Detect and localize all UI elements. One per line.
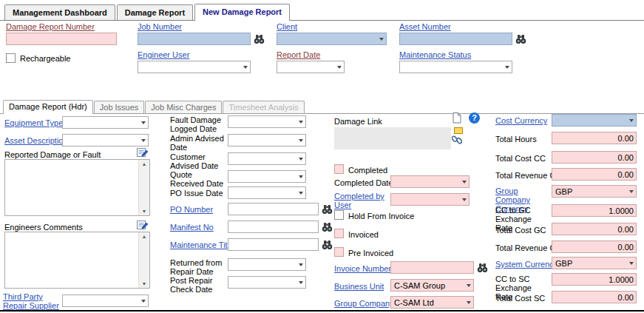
total-revenue-gc-input[interactable] bbox=[552, 240, 637, 253]
group-company-currency-select[interactable]: GBP bbox=[552, 185, 637, 198]
dropdown-arrow-icon bbox=[467, 301, 471, 306]
engineers-comments-textarea[interactable]: ▲ ▼ bbox=[4, 232, 150, 289]
completed-checkbox[interactable] bbox=[334, 164, 344, 174]
cost-currency-select[interactable] bbox=[552, 114, 637, 127]
invoiced-checkbox[interactable] bbox=[334, 229, 344, 238]
vertical-scrollbar[interactable]: ▲ ▼ bbox=[138, 232, 149, 288]
subtab-job-issues[interactable]: Job Issues bbox=[94, 101, 145, 113]
engineer-user-select[interactable] bbox=[138, 61, 251, 73]
invoice-number-input[interactable] bbox=[390, 261, 474, 274]
job-number-input[interactable] bbox=[138, 33, 251, 45]
maintenance-status-select[interactable] bbox=[399, 61, 512, 73]
subtab-damage-report-hdr[interactable]: Damage Report (Hdr) bbox=[3, 100, 93, 114]
po-number-input[interactable] bbox=[228, 203, 319, 215]
edit-notes-icon[interactable] bbox=[137, 147, 149, 159]
scroll-down-icon[interactable]: ▼ bbox=[142, 209, 147, 214]
job-number-lookup-icon[interactable] bbox=[252, 33, 265, 45]
asset-number-lookup-icon[interactable] bbox=[514, 33, 527, 45]
group-company-value: C-SAM Ltd bbox=[394, 298, 464, 307]
reported-damage-label: Reported Damage or Fault bbox=[4, 150, 101, 159]
admin-advised-date-select[interactable] bbox=[228, 134, 306, 147]
total-cost-sc-label: Total Cost SC bbox=[495, 294, 545, 303]
engineer-user-label[interactable]: Engineer User bbox=[138, 50, 189, 59]
job-number-label[interactable]: Job Number bbox=[138, 22, 182, 31]
asset-number-label[interactable]: Asset Number bbox=[399, 22, 451, 31]
report-date-select[interactable] bbox=[277, 61, 345, 73]
maintenance-title-label[interactable]: Maintenance Title bbox=[170, 240, 234, 249]
completed-by-user-select[interactable] bbox=[390, 193, 470, 206]
cc-to-sc-exchange-rate-input[interactable] bbox=[552, 273, 637, 286]
invoice-number-lookup-icon[interactable] bbox=[475, 261, 489, 274]
invoice-number-label[interactable]: Invoice Number bbox=[334, 264, 391, 273]
client-label[interactable]: Client bbox=[277, 22, 297, 31]
asset-description-label[interactable]: Asset Description bbox=[4, 136, 68, 145]
new-damage-report-window: Management Dashboard Damage Report New D… bbox=[0, 0, 644, 313]
equipment-type-select[interactable] bbox=[62, 116, 149, 129]
po-number-lookup-icon[interactable] bbox=[320, 203, 333, 215]
rechargeable-checkbox[interactable] bbox=[6, 53, 16, 63]
manifest-no-input[interactable] bbox=[228, 221, 319, 233]
report-date-label[interactable]: Report Date bbox=[277, 50, 320, 59]
dropdown-arrow-icon bbox=[505, 66, 509, 71]
group-company-select[interactable]: C-SAM Ltd bbox=[390, 296, 474, 309]
system-currency-select[interactable]: GBP bbox=[552, 257, 637, 269]
tab-management-dashboard[interactable]: Management Dashboard bbox=[4, 4, 115, 20]
post-repair-check-date-label: Post Repair Check Date bbox=[170, 276, 226, 294]
total-cost-gc-input[interactable] bbox=[552, 223, 637, 235]
scroll-down-icon[interactable]: ▼ bbox=[142, 281, 147, 286]
client-select[interactable] bbox=[277, 33, 387, 45]
fault-damage-logged-date-select[interactable] bbox=[228, 115, 306, 128]
third-party-repair-supplier-label[interactable]: Third Party Repair Supplier bbox=[3, 292, 64, 310]
returned-from-repair-date-select[interactable] bbox=[228, 258, 306, 271]
total-cost-cc-input[interactable] bbox=[552, 151, 637, 164]
dropdown-arrow-icon bbox=[629, 190, 634, 195]
total-hours-input[interactable] bbox=[552, 132, 637, 144]
dropdown-arrow-icon bbox=[299, 158, 303, 163]
maintenance-status-label[interactable]: Maintenance Status bbox=[399, 50, 471, 59]
asset-number-input[interactable] bbox=[399, 33, 512, 45]
po-issue-date-select[interactable] bbox=[228, 186, 306, 199]
link-icon[interactable] bbox=[452, 134, 462, 147]
damage-report-number-label[interactable]: Damage Report Number bbox=[6, 22, 95, 31]
asset-description-select[interactable] bbox=[62, 134, 149, 147]
pre-invoiced-checkbox[interactable] bbox=[334, 247, 344, 257]
cc-to-gc-exchange-rate-input[interactable] bbox=[552, 204, 637, 217]
maintenance-title-input[interactable] bbox=[228, 238, 319, 251]
equipment-type-label[interactable]: Equipment Type bbox=[4, 118, 63, 127]
customer-advised-date-select[interactable] bbox=[228, 152, 306, 165]
help-icon[interactable]: ? bbox=[469, 112, 480, 124]
tab-new-damage-report[interactable]: New Damage Report bbox=[194, 4, 290, 21]
business-unit-label[interactable]: Business Unit bbox=[334, 282, 384, 291]
po-number-label[interactable]: PO Number bbox=[170, 205, 213, 214]
vertical-scrollbar[interactable]: ▲ ▼ bbox=[138, 160, 149, 215]
dropdown-arrow-icon bbox=[141, 139, 146, 144]
damage-report-number-input[interactable] bbox=[6, 33, 117, 45]
total-cost-cc-label: Total Cost CC bbox=[495, 154, 546, 163]
scroll-up-icon[interactable]: ▲ bbox=[142, 161, 147, 166]
scroll-up-icon[interactable]: ▲ bbox=[142, 234, 147, 239]
total-cost-sc-input[interactable] bbox=[552, 291, 637, 303]
maintenance-title-lookup-icon[interactable] bbox=[320, 238, 333, 251]
manifest-no-lookup-icon[interactable] bbox=[320, 221, 333, 233]
completed-by-user-label[interactable]: Completed by User bbox=[334, 192, 387, 209]
document-icon[interactable] bbox=[453, 112, 461, 125]
completed-date-select[interactable] bbox=[390, 175, 470, 188]
reported-damage-textarea[interactable]: ▲ ▼ bbox=[4, 159, 150, 216]
group-company-label[interactable]: Group Company bbox=[334, 299, 394, 308]
quote-received-date-select[interactable] bbox=[228, 170, 306, 183]
total-cost-gc-label: Total Cost GC bbox=[495, 226, 546, 235]
dropdown-arrow-icon bbox=[462, 181, 467, 186]
cost-currency-label[interactable]: Cost Currency bbox=[495, 116, 547, 125]
returned-from-repair-date-label: Returned from Repair Date bbox=[170, 258, 226, 276]
subtab-job-misc-charges[interactable]: Job Misc Charges bbox=[145, 101, 222, 113]
manifest-no-label[interactable]: Manifest No bbox=[170, 223, 214, 232]
third-party-repair-supplier-select[interactable] bbox=[62, 295, 149, 307]
edit-notes-icon[interactable] bbox=[137, 220, 149, 232]
tab-damage-report[interactable]: Damage Report bbox=[117, 4, 193, 20]
post-repair-check-date-select[interactable] bbox=[228, 276, 306, 289]
system-currency-label[interactable]: System Currency bbox=[495, 260, 557, 269]
total-revenue-cc-input[interactable] bbox=[552, 168, 637, 181]
business-unit-value: C-SAM Group bbox=[394, 281, 464, 290]
business-unit-select[interactable]: C-SAM Group bbox=[390, 279, 474, 292]
hold-from-invoice-checkbox[interactable] bbox=[334, 210, 344, 220]
